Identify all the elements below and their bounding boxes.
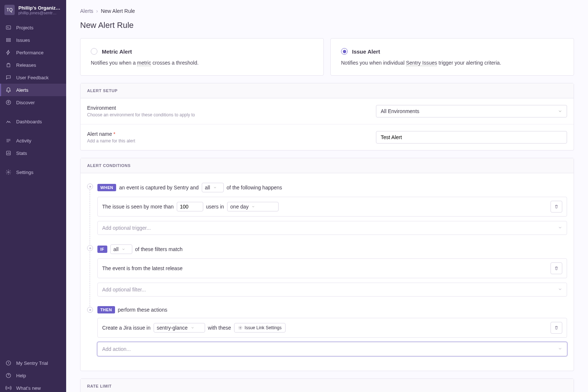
discover-icon bbox=[5, 99, 12, 106]
nav-alerts[interactable]: Alerts bbox=[0, 84, 66, 96]
alert-type-selector: Metric Alert Notifies you when a metric … bbox=[80, 38, 574, 76]
alert-name-label: Alert name * bbox=[87, 131, 361, 137]
environment-help: Choose an environment for these conditio… bbox=[87, 112, 361, 117]
svg-rect-1 bbox=[7, 39, 11, 40]
timeline-node-icon bbox=[87, 245, 93, 251]
chevron-down-icon bbox=[558, 346, 562, 352]
org-name: Phillip's Organiz… bbox=[18, 5, 60, 11]
breadcrumb-current: New Alert Rule bbox=[101, 8, 135, 14]
rate-limit-panel: Rate Limit bbox=[80, 378, 574, 392]
when-match-select[interactable]: all bbox=[202, 183, 224, 192]
radio-selected[interactable] bbox=[341, 48, 348, 55]
when-text-post: of the following happens bbox=[227, 185, 282, 190]
nav-projects[interactable]: Projects bbox=[0, 21, 66, 34]
chevron-down-icon bbox=[191, 325, 194, 331]
issue-alert-card[interactable]: Issue Alert Notifies you when individual… bbox=[330, 38, 574, 76]
svg-point-9 bbox=[240, 327, 241, 329]
chevron-down-icon bbox=[558, 225, 562, 231]
environment-select[interactable]: All Environments bbox=[376, 105, 567, 117]
chevron-down-icon bbox=[558, 109, 562, 113]
nav-dashboards[interactable]: Dashboards bbox=[0, 115, 66, 128]
if-rule-row: The event is from the latest release bbox=[97, 258, 567, 278]
nav-performance[interactable]: Performance bbox=[0, 46, 66, 59]
when-rule-mid: users in bbox=[206, 204, 224, 210]
metric-alert-title: Metric Alert bbox=[102, 48, 132, 55]
issue-link-settings-button[interactable]: Issue Link Settings bbox=[234, 323, 286, 333]
when-period-select[interactable]: one day bbox=[227, 202, 279, 211]
releases-icon bbox=[5, 62, 12, 68]
issue-alert-title: Issue Alert bbox=[352, 48, 380, 55]
delete-if-rule-button[interactable] bbox=[551, 262, 562, 274]
nav-whats-new[interactable]: What's new bbox=[0, 382, 66, 392]
issues-icon bbox=[5, 37, 12, 43]
svg-point-5 bbox=[8, 171, 9, 173]
nav-discover[interactable]: Discover bbox=[0, 96, 66, 109]
jira-project-select[interactable]: sentry-glance bbox=[154, 323, 205, 333]
when-rule-pre: The issue is seen by more than bbox=[102, 204, 174, 210]
alert-conditions-panel: Alert Conditions When an event is captur… bbox=[80, 158, 574, 371]
nav-user-feedback[interactable]: User Feedback bbox=[0, 71, 66, 84]
alert-name-input-wrap bbox=[376, 131, 567, 144]
metric-alert-desc: Notifies you when a metric crosses a thr… bbox=[91, 60, 313, 66]
alert-name-input[interactable] bbox=[381, 134, 562, 140]
feedback-icon bbox=[5, 74, 12, 81]
svg-point-3 bbox=[6, 100, 11, 105]
add-trigger-select[interactable]: Add optional trigger... bbox=[97, 221, 567, 235]
dashboards-icon bbox=[5, 118, 12, 125]
then-rule-pre: Create a Jira issue in bbox=[102, 325, 151, 331]
nav-help[interactable]: Help bbox=[0, 369, 66, 382]
chevron-down-icon bbox=[213, 185, 217, 190]
performance-icon bbox=[5, 49, 12, 56]
nav-settings-group: Settings bbox=[0, 164, 66, 180]
nav-footer: My Sentry Trial Help What's new Collapse bbox=[0, 355, 66, 392]
delete-then-rule-button[interactable] bbox=[551, 322, 562, 334]
delete-when-rule-button[interactable] bbox=[551, 201, 562, 213]
if-rule-text: The event is from the latest release bbox=[102, 265, 183, 271]
breadcrumb-root[interactable]: Alerts bbox=[80, 8, 93, 14]
alert-setup-header: Alert Setup bbox=[80, 83, 574, 98]
if-badge: If bbox=[97, 246, 107, 253]
when-badge: When bbox=[97, 184, 116, 191]
chevron-down-icon bbox=[251, 204, 255, 210]
nav-primary: Projects Issues Performance Releases Use… bbox=[0, 20, 66, 110]
then-text: perform these actions bbox=[118, 307, 168, 313]
nav-tertiary: Activity Stats bbox=[0, 133, 66, 161]
help-icon bbox=[5, 372, 12, 379]
nav-stats[interactable]: Stats bbox=[0, 147, 66, 159]
then-badge: Then bbox=[97, 306, 115, 313]
nav-label: Projects bbox=[16, 25, 33, 30]
nav-secondary: Dashboards bbox=[0, 114, 66, 129]
nav-trial[interactable]: My Sentry Trial bbox=[0, 357, 66, 369]
nav-label: Releases bbox=[16, 62, 36, 68]
if-match-select[interactable]: all bbox=[110, 244, 132, 254]
add-trigger-placeholder: Add optional trigger... bbox=[102, 225, 151, 231]
add-filter-select[interactable]: Add optional filter... bbox=[97, 283, 567, 297]
nav-settings[interactable]: Settings bbox=[0, 166, 66, 178]
issue-alert-desc: Notifies you when individual Sentry Issu… bbox=[341, 60, 563, 66]
then-rule-row: Create a Jira issue in sentry-glance wit… bbox=[97, 318, 567, 338]
when-count-input[interactable] bbox=[177, 202, 203, 211]
nav-label: Dashboards bbox=[16, 119, 42, 124]
org-switcher[interactable]: TQ Phillip's Organiz… phillip.jones@sent… bbox=[0, 0, 66, 20]
nav-releases[interactable]: Releases bbox=[0, 59, 66, 71]
alert-conditions-header: Alert Conditions bbox=[80, 158, 574, 173]
add-action-select[interactable]: Add action... bbox=[97, 342, 567, 356]
radio-unselected[interactable] bbox=[91, 48, 97, 55]
metric-alert-card[interactable]: Metric Alert Notifies you when a metric … bbox=[80, 38, 324, 76]
sidebar: TQ Phillip's Organiz… phillip.jones@sent… bbox=[0, 0, 66, 392]
alerts-icon bbox=[5, 87, 12, 93]
nav-label: Performance bbox=[16, 50, 43, 55]
nav-label: Discover bbox=[16, 100, 35, 105]
nav-activity[interactable]: Activity bbox=[0, 134, 66, 147]
svg-point-8 bbox=[8, 388, 9, 389]
nav-label: Activity bbox=[16, 138, 31, 144]
svg-rect-2 bbox=[7, 40, 11, 41]
when-text-pre: an event is captured by Sentry and bbox=[119, 185, 198, 190]
nav-issues[interactable]: Issues bbox=[0, 34, 66, 46]
then-section: Then perform these actions Create a Jira… bbox=[87, 306, 567, 356]
chevron-down-icon bbox=[558, 287, 562, 293]
breadcrumb: Alerts › New Alert Rule bbox=[80, 8, 574, 14]
nav-label: Settings bbox=[16, 170, 33, 175]
nav-label: Help bbox=[16, 373, 26, 378]
alert-setup-panel: Alert Setup Environment Choose an enviro… bbox=[80, 83, 574, 150]
